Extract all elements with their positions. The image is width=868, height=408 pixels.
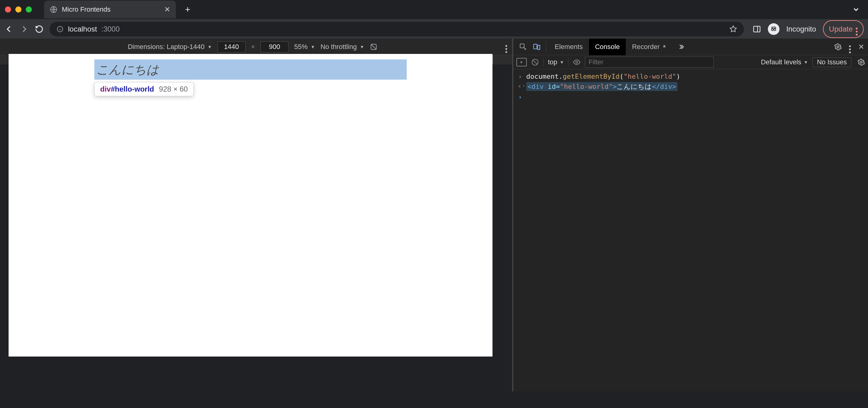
- tabs-menu-icon[interactable]: [852, 5, 860, 13]
- code-close: ): [676, 72, 680, 80]
- device-toolbar-menu-icon[interactable]: [505, 41, 507, 53]
- out-text: こんにちは: [617, 83, 652, 90]
- console-output-row: ‹· <div id="hello-world">こんにちは</div>: [518, 81, 864, 92]
- svg-point-3: [772, 29, 773, 31]
- svg-point-12: [860, 61, 862, 63]
- chevron-down-icon: ▼: [560, 60, 564, 65]
- context-label: top: [548, 58, 557, 66]
- live-expression-icon[interactable]: [573, 58, 581, 66]
- out-open-tag: <div: [527, 83, 544, 90]
- tab-console[interactable]: Console: [589, 39, 626, 55]
- tab-elements[interactable]: Elements: [549, 39, 589, 55]
- minimize-window-icon[interactable]: [15, 6, 22, 12]
- tooltip-id: #hello-world: [111, 85, 154, 93]
- height-input[interactable]: [260, 41, 288, 52]
- console-input-code: document.getElementById("hello-world"): [526, 72, 680, 80]
- main-split: Dimensions: Laptop-1440 ▼ × 55% ▼ No thr…: [0, 39, 868, 391]
- code-object: document: [526, 72, 559, 80]
- console-body[interactable]: › document.getElementById("hello-world")…: [513, 69, 868, 391]
- close-window-icon[interactable]: [5, 6, 11, 12]
- hello-text: こんにちは: [96, 63, 159, 76]
- device-mode-toggle-icon[interactable]: [530, 40, 543, 54]
- svg-point-11: [576, 61, 578, 63]
- reload-button[interactable]: [35, 25, 43, 33]
- bookmark-icon[interactable]: [729, 25, 737, 33]
- forward-button[interactable]: [20, 25, 29, 34]
- console-toolbar: top ▼ Default levels ▼ No Issues: [513, 55, 868, 69]
- issues-label: No Issues: [817, 58, 847, 66]
- tab-recorder[interactable]: Recorder: [626, 39, 673, 55]
- log-levels-select[interactable]: Default levels ▼: [761, 58, 808, 66]
- out-close-tag: </div>: [652, 83, 676, 90]
- svg-point-9: [837, 46, 839, 48]
- tab-active[interactable]: Micro Frontends ✕: [44, 1, 176, 19]
- inspect-tooltip: div#hello-world 928 × 60: [94, 82, 193, 96]
- tab-title: Micro Frontends: [62, 5, 160, 13]
- svg-point-4: [774, 29, 776, 31]
- input-arrow-icon: ›: [518, 72, 523, 80]
- issues-badge[interactable]: No Issues: [812, 57, 851, 67]
- svg-rect-7: [533, 44, 537, 49]
- toolbar-right: Incognito Update: [752, 20, 864, 38]
- tab-console-label: Console: [595, 43, 620, 51]
- zoom-value: 55%: [294, 43, 308, 51]
- tooltip-tag: div: [100, 85, 111, 93]
- levels-label: Default levels: [761, 58, 801, 66]
- site-info-icon[interactable]: [56, 25, 64, 33]
- panel-toggle-icon[interactable]: [752, 25, 761, 33]
- filter-input[interactable]: [585, 57, 714, 68]
- back-button[interactable]: [4, 25, 13, 34]
- console-prompt-row[interactable]: ›: [518, 92, 864, 102]
- maximize-window-icon[interactable]: [26, 6, 32, 12]
- svg-rect-8: [537, 45, 540, 49]
- chevron-down-icon: ▼: [311, 44, 315, 49]
- console-sidebar-toggle-icon[interactable]: [517, 58, 527, 66]
- rotate-icon[interactable]: [370, 43, 378, 51]
- code-open: (: [620, 72, 624, 80]
- dimension-x: ×: [251, 43, 255, 51]
- dimensions-select[interactable]: Dimensions: Laptop-1440 ▼: [128, 43, 212, 51]
- dimensions-label: Dimensions:: [128, 43, 165, 51]
- device-name: Laptop-1440: [166, 43, 205, 51]
- update-label: Update: [829, 25, 853, 33]
- width-input[interactable]: [217, 41, 246, 52]
- throttling-value: No throttling: [320, 43, 357, 51]
- url-port: :3000: [101, 25, 120, 33]
- incognito-icon: [768, 23, 779, 35]
- chevron-down-icon: ▼: [804, 60, 808, 65]
- hello-world-div[interactable]: こんにちは: [94, 59, 407, 80]
- viewport-side: Dimensions: Laptop-1440 ▼ × 55% ▼ No thr…: [0, 39, 512, 391]
- console-input-row: › document.getElementById("hello-world"): [518, 72, 864, 81]
- throttling-select[interactable]: No throttling ▼: [320, 43, 364, 51]
- more-tabs-icon[interactable]: [673, 43, 688, 50]
- address-bar[interactable]: localhost:3000: [50, 22, 744, 36]
- devtools-close-icon[interactable]: ✕: [855, 42, 868, 51]
- chevron-down-icon: ▼: [208, 44, 212, 49]
- window-controls: [5, 6, 32, 12]
- close-tab-icon[interactable]: ✕: [164, 5, 170, 14]
- code-fn: getElementById: [563, 72, 619, 80]
- console-output-code[interactable]: <div id="hello-world">こんにちは</div>: [526, 82, 678, 91]
- update-button[interactable]: Update: [823, 20, 864, 38]
- devtools-settings-icon[interactable]: [831, 43, 845, 51]
- clear-console-icon[interactable]: [531, 58, 539, 66]
- execution-context-select[interactable]: top ▼: [548, 58, 564, 66]
- out-val: "hello-world": [560, 83, 613, 90]
- new-tab-button[interactable]: +: [181, 2, 194, 17]
- zoom-select[interactable]: 55% ▼: [294, 43, 315, 51]
- update-menu-icon[interactable]: [856, 23, 858, 35]
- console-settings-icon[interactable]: [858, 59, 865, 66]
- prompt-arrow-icon: ›: [518, 93, 523, 101]
- out-sp: [544, 83, 548, 90]
- chevron-down-icon: ▼: [360, 44, 364, 49]
- code-str: "hello-world": [624, 72, 676, 80]
- devtools-menu-icon[interactable]: [845, 40, 855, 53]
- inspect-element-icon[interactable]: [517, 40, 530, 54]
- code-dot: .: [559, 72, 563, 80]
- tab-recorder-label: Recorder: [632, 43, 659, 51]
- tooltip-dimensions: 928 × 60: [159, 85, 188, 93]
- page-frame[interactable]: こんにちは div#hello-world 928 × 60: [8, 54, 493, 356]
- browser-toolbar: localhost:3000 Incognito Update: [0, 19, 868, 39]
- url-host: localhost: [68, 25, 97, 33]
- incognito-label: Incognito: [786, 25, 816, 33]
